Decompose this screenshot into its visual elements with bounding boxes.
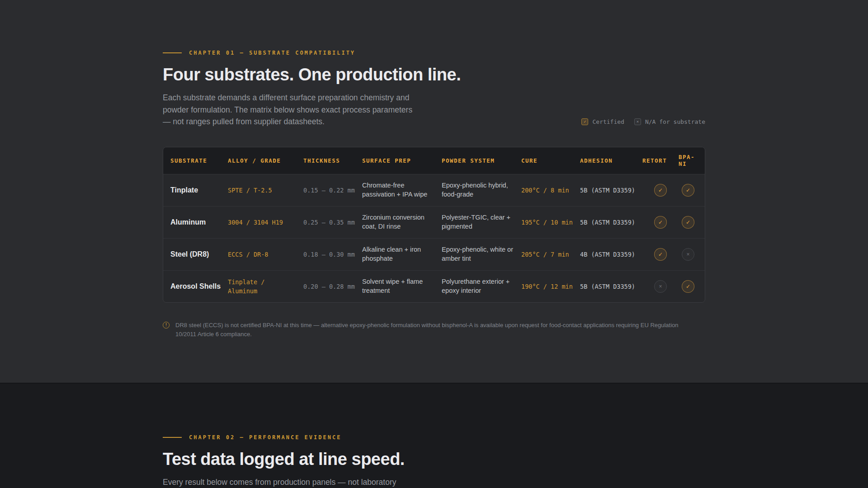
cell-powder-system: Polyurethane exterior + epoxy interior (442, 277, 521, 295)
chapter-01-kicker: CHAPTER 01 — SUBSTRATE COMPATIBILITY (163, 50, 705, 56)
bpa-ni-status-icon: × (682, 248, 694, 261)
cell-thickness: 0.20 – 0.28 mm (303, 282, 362, 291)
table-row-tinplate: Tinplate SPTE / T-2.5 0.15 – 0.22 mm Chr… (163, 174, 705, 206)
bpa-ni-status-icon: ✓ (682, 280, 694, 293)
cell-alloy: 3004 / 3104 H19 (228, 218, 303, 227)
cell-powder-system: Polyester-TGIC, clear + pigmented (442, 213, 521, 231)
cell-surface-prep: Zirconium conversion coat, DI rinse (362, 213, 442, 231)
section-2-intro: Every result below comes from production… (163, 476, 418, 488)
cell-surface-prep: Chromate-free passivation + IPA wipe (362, 181, 442, 199)
chapter-02-kicker: CHAPTER 02 — PERFORMANCE EVIDENCE (163, 434, 705, 441)
col-header-alloy-grade: ALLOY / GRADE (228, 157, 303, 164)
cell-substrate: Tinplate (170, 185, 228, 195)
table-row-steel-dr8: Steel (DR8) ECCS / DR-8 0.18 – 0.30 mm A… (163, 238, 705, 270)
cell-substrate: Aerosol Shells (170, 282, 228, 291)
col-header-adhesion: ADHESION (580, 157, 642, 164)
legend-na-label: N/A for substrate (645, 118, 705, 125)
col-header-substrate: SUBSTRATE (170, 157, 228, 164)
bpa-ni-status-icon: ✓ (682, 184, 694, 197)
cell-adhesion: 5B (ASTM D3359) (580, 218, 642, 227)
col-header-retort: RETORT (642, 157, 679, 164)
cell-alloy: SPTE / T-2.5 (228, 186, 303, 195)
info-icon: ! (163, 322, 170, 328)
col-header-thickness: THICKNESS (303, 157, 362, 164)
legend-na: × N/A for substrate (634, 118, 705, 125)
legend-certified-label: Certified (592, 118, 624, 125)
na-checkbox-icon: × (634, 118, 641, 125)
intro-line-1: Every result below comes from production… (163, 478, 396, 488)
section-1-intro: Each substrate demands a different surfa… (163, 92, 418, 128)
cell-thickness: 0.15 – 0.22 mm (303, 186, 362, 195)
chapter-02-label: CHAPTER 02 — PERFORMANCE EVIDENCE (189, 434, 341, 441)
cell-cure: 200°C / 8 min (521, 186, 580, 195)
retort-status-icon: ✓ (654, 248, 667, 261)
cell-adhesion: 5B (ASTM D3359) (580, 186, 642, 195)
cell-bpa-ni: × (679, 248, 698, 261)
substrate-matrix-table: SUBSTRATE ALLOY / GRADE THICKNESS SURFAC… (163, 147, 705, 303)
cell-bpa-ni: ✓ (679, 216, 698, 229)
kicker-rule (163, 437, 182, 438)
cell-substrate: Aluminum (170, 217, 228, 227)
col-header-cure: CURE (521, 157, 580, 164)
cell-adhesion: 5B (ASTM D3359) (580, 282, 642, 291)
retort-status-icon: ✓ (654, 184, 667, 197)
col-header-surface-prep: SURFACE PREP (362, 157, 442, 164)
cell-retort: ✓ (642, 216, 679, 229)
cell-adhesion: 4B (ASTM D3359) (580, 250, 642, 259)
cell-thickness: 0.25 – 0.35 mm (303, 218, 362, 227)
certified-checkbox-icon: ✓ (581, 118, 588, 125)
dr8-footnote: ! DR8 steel (ECCS) is not certified BPA-… (163, 321, 683, 339)
cell-cure: 195°C / 10 min (521, 218, 580, 227)
cell-alloy: ECCS / DR-8 (228, 250, 303, 259)
table-row-aluminum: Aluminum 3004 / 3104 H19 0.25 – 0.35 mm … (163, 206, 705, 238)
section-1-title: Four substrates. One production line. (163, 65, 705, 84)
cell-bpa-ni: ✓ (679, 184, 698, 197)
cell-surface-prep: Solvent wipe + flame treatment (362, 277, 442, 295)
cell-powder-system: Epoxy-phenolic, white or amber tint (442, 245, 521, 263)
bpa-ni-status-icon: ✓ (682, 216, 694, 229)
table-row-aerosol-shells: Aerosol Shells Tinplate / Aluminum 0.20 … (163, 270, 705, 302)
cell-powder-system: Epoxy-phenolic hybrid, food-grade (442, 181, 521, 199)
cell-alloy: Tinplate / Aluminum (228, 277, 303, 296)
retort-status-icon: × (654, 280, 667, 293)
footnote-text: DR8 steel (ECCS) is not certified BPA-NI… (175, 321, 683, 339)
cell-retort: × (642, 280, 679, 293)
cell-thickness: 0.18 – 0.30 mm (303, 250, 362, 259)
col-header-bpa-ni: BPA-NI (679, 154, 700, 167)
section-substrate-compatibility: CHAPTER 01 — SUBSTRATE COMPATIBILITY Fou… (0, 0, 868, 383)
kicker-rule (163, 52, 182, 53)
chapter-01-label: CHAPTER 01 — SUBSTRATE COMPATIBILITY (189, 50, 355, 56)
cell-substrate: Steel (DR8) (170, 249, 228, 259)
section-performance-evidence: CHAPTER 02 — PERFORMANCE EVIDENCE Test d… (0, 383, 868, 487)
cell-retort: ✓ (642, 184, 679, 197)
table-header-row: SUBSTRATE ALLOY / GRADE THICKNESS SURFAC… (163, 147, 705, 174)
cell-cure: 205°C / 7 min (521, 250, 580, 259)
legend-certified: ✓ Certified (581, 118, 624, 125)
cell-retort: ✓ (642, 248, 679, 261)
table-legend: ✓ Certified × N/A for substrate (581, 118, 705, 125)
cell-cure: 190°C / 12 min (521, 282, 580, 291)
section-2-title: Test data logged at line speed. (163, 450, 705, 469)
cell-surface-prep: Alkaline clean + iron phosphate (362, 245, 442, 263)
col-header-powder-system: POWDER SYSTEM (442, 157, 521, 164)
cell-bpa-ni: ✓ (679, 280, 698, 293)
retort-status-icon: ✓ (654, 216, 667, 229)
